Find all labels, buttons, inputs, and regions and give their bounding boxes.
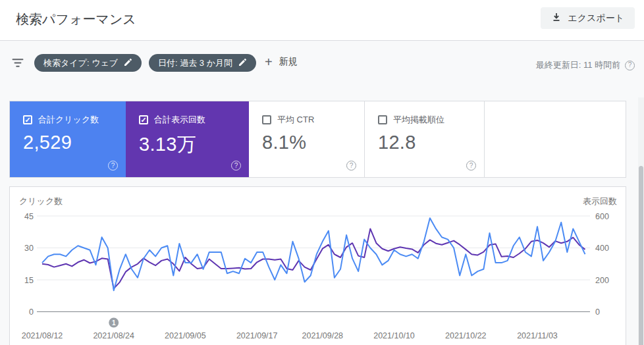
help-icon[interactable]: ? bbox=[625, 61, 635, 70]
download-icon bbox=[551, 12, 562, 24]
filter-chip-search-type[interactable]: 検索タイプ: ウェブ bbox=[34, 54, 142, 72]
svg-text:2021/08/24: 2021/08/24 bbox=[93, 331, 134, 340]
new-filter-label: 新規 bbox=[279, 56, 298, 68]
svg-text:2021/08/12: 2021/08/12 bbox=[22, 331, 63, 340]
svg-text:45: 45 bbox=[24, 212, 34, 221]
filter-chip-date[interactable]: 日付: 過去 3 か月間 bbox=[149, 54, 256, 72]
svg-text:2021/09/17: 2021/09/17 bbox=[236, 331, 278, 340]
svg-text:1: 1 bbox=[112, 319, 116, 327]
plus-icon: + bbox=[265, 55, 273, 68]
svg-text:0: 0 bbox=[29, 307, 34, 317]
svg-text:2021/11/03: 2021/11/03 bbox=[517, 331, 558, 340]
metric-card-average-ctr[interactable]: 平均 CTR 8.1% ? bbox=[249, 101, 365, 177]
help-icon[interactable]: ? bbox=[466, 159, 476, 171]
performance-chart-card: クリック数 表示回数 456003040015200002021/08/1220… bbox=[9, 186, 626, 345]
content-area: 検索タイプ: ウェブ 日付: 過去 3 か月間 + 新規 最終更新日: 11 時… bbox=[0, 41, 644, 345]
metric-card-total-impressions[interactable]: ✓ 合計表示回数 3.13万 ? bbox=[126, 101, 249, 177]
vertical-scrollbar-track[interactable] bbox=[638, 97, 644, 345]
svg-text:15: 15 bbox=[24, 276, 34, 285]
last-updated-status: 最終更新日: 11 時間前 ? bbox=[536, 59, 635, 71]
metric-cards-strip: ✓ 合計クリック数 2,529 ? ✓ 合計表示回数 3.13万 ? bbox=[9, 101, 626, 178]
svg-text:2021/10/22: 2021/10/22 bbox=[445, 331, 487, 340]
svg-text:400: 400 bbox=[595, 244, 609, 253]
svg-text:2021/09/28: 2021/09/28 bbox=[302, 331, 344, 340]
export-button[interactable]: エクスポート bbox=[541, 7, 635, 29]
checkbox-checked-icon[interactable]: ✓ bbox=[139, 115, 148, 124]
metric-label: 平均 CTR bbox=[277, 114, 314, 126]
svg-text:200: 200 bbox=[595, 276, 609, 285]
svg-text:600: 600 bbox=[595, 212, 609, 221]
metric-label: 平均掲載順位 bbox=[393, 114, 444, 126]
checkbox-unchecked-icon[interactable] bbox=[262, 115, 271, 124]
filter-icon[interactable] bbox=[12, 58, 24, 70]
help-icon[interactable]: ? bbox=[108, 159, 118, 171]
metric-value: 3.13万 bbox=[139, 132, 249, 158]
metric-value: 8.1% bbox=[262, 132, 364, 153]
new-filter-button[interactable]: + 新規 bbox=[265, 55, 298, 68]
filter-chip-date-label: 日付: 過去 3 か月間 bbox=[158, 57, 232, 69]
page-title: 検索パフォーマンス bbox=[16, 11, 136, 28]
help-icon[interactable]: ? bbox=[231, 159, 241, 171]
svg-text:2021/10/10: 2021/10/10 bbox=[373, 331, 415, 340]
metric-label: 合計クリック数 bbox=[38, 114, 99, 126]
metric-card-average-position[interactable]: 平均掲載順位 12.8 ? bbox=[365, 101, 485, 177]
performance-chart-svg: 456003040015200002021/08/122021/08/24202… bbox=[10, 187, 627, 345]
export-button-label: エクスポート bbox=[568, 13, 624, 24]
edit-pencil-icon[interactable] bbox=[238, 58, 247, 68]
vertical-scrollbar-thumb[interactable] bbox=[639, 166, 643, 345]
last-updated-text: 最終更新日: 11 時間前 bbox=[536, 59, 620, 71]
metric-card-filler bbox=[485, 101, 626, 177]
help-icon[interactable]: ? bbox=[346, 159, 356, 171]
metric-card-total-clicks[interactable]: ✓ 合計クリック数 2,529 ? bbox=[10, 101, 126, 177]
metric-value: 12.8 bbox=[378, 132, 484, 153]
metric-label: 合計表示回数 bbox=[154, 114, 205, 126]
page-header: 検索パフォーマンス エクスポート bbox=[0, 0, 644, 41]
checkbox-unchecked-icon[interactable] bbox=[378, 115, 387, 124]
svg-text:2021/09/05: 2021/09/05 bbox=[165, 331, 206, 340]
svg-text:30: 30 bbox=[24, 244, 34, 253]
filter-chip-search-type-label: 検索タイプ: ウェブ bbox=[43, 57, 118, 69]
svg-text:0: 0 bbox=[595, 307, 600, 317]
metric-value: 2,529 bbox=[23, 132, 126, 153]
edit-pencil-icon[interactable] bbox=[124, 58, 132, 68]
checkbox-checked-icon[interactable]: ✓ bbox=[23, 115, 32, 124]
